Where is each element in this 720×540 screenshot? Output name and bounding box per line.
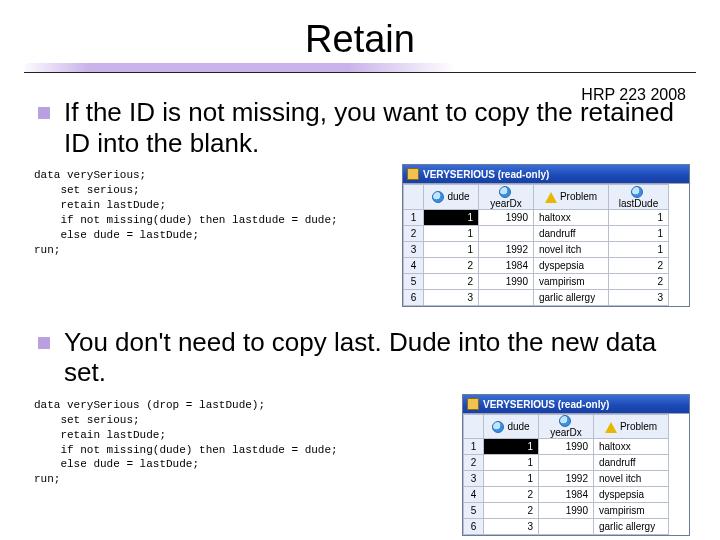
col-header: Problem	[534, 185, 609, 209]
col-header: yearDx	[479, 185, 534, 209]
col-header: lastDude	[609, 185, 669, 209]
sas-window-1: VERYSERIOUS (read-only) dude yearDx Prob…	[402, 164, 690, 306]
code-table-row: data verySerious; set serious; retain la…	[30, 164, 690, 306]
table-row: 63garlic allergy3	[404, 289, 669, 305]
table-row: 21dandruff1	[404, 225, 669, 241]
code-block: data verySerious (drop = lastDude); set …	[34, 398, 338, 487]
globe-icon	[631, 186, 643, 198]
globe-icon	[492, 421, 504, 433]
globe-icon	[499, 186, 511, 198]
data-grid: dude yearDx Problem 111990haltoxx 21dand…	[463, 413, 689, 535]
globe-icon	[432, 191, 444, 203]
bullet-item: If the ID is not missing, you want to co…	[30, 97, 690, 158]
table-row: 21dandruff	[464, 455, 669, 471]
col-header: dude	[424, 185, 479, 209]
table-header-row: dude yearDx Problem lastDude	[404, 185, 669, 209]
bullet-text: You don't need to copy last. Dude into t…	[64, 327, 690, 388]
course-label: HRP 223 2008	[581, 86, 686, 104]
col-header: yearDx	[539, 415, 594, 439]
code-block: data verySerious; set serious; retain la…	[34, 168, 338, 257]
bullet-text: If the ID is not missing, you want to co…	[64, 97, 690, 158]
slide: Retain HRP 223 2008 If the ID is not mis…	[0, 0, 720, 540]
table-row: 521990vampirism	[464, 503, 669, 519]
table-header-row: dude yearDx Problem	[464, 415, 669, 439]
warn-icon	[545, 191, 557, 203]
table-row: 111990haltoxx	[464, 439, 669, 455]
window-title: VERYSERIOUS (read-only)	[483, 399, 609, 410]
col-header	[404, 185, 424, 209]
window-titlebar: VERYSERIOUS (read-only)	[403, 165, 689, 183]
bullet-list: If the ID is not missing, you want to co…	[30, 97, 690, 158]
table-row: 421984dyspepsia2	[404, 257, 669, 273]
window-title: VERYSERIOUS (read-only)	[423, 169, 549, 180]
table-row: 521990vampirism2	[404, 273, 669, 289]
slide-title: Retain	[30, 18, 690, 61]
table-row: 311992novel itch	[464, 471, 669, 487]
app-icon	[407, 168, 419, 180]
bullet-icon	[38, 107, 50, 119]
data-grid: dude yearDx Problem lastDude 111990halto…	[403, 183, 689, 305]
table-row: 63garlic allergy	[464, 519, 669, 535]
warn-icon	[605, 421, 617, 433]
col-header: dude	[484, 415, 539, 439]
globe-icon	[559, 415, 571, 427]
app-icon	[467, 398, 479, 410]
sas-window-2: VERYSERIOUS (read-only) dude yearDx Prob…	[462, 394, 690, 536]
bullet-list: You don't need to copy last. Dude into t…	[30, 327, 690, 388]
col-header: Problem	[594, 415, 669, 439]
table-row: 111990haltoxx1	[404, 209, 669, 225]
col-header	[464, 415, 484, 439]
code-table-row: data verySerious (drop = lastDude); set …	[30, 394, 690, 536]
bullet-item: You don't need to copy last. Dude into t…	[30, 327, 690, 388]
title-underline	[0, 63, 720, 75]
bullet-icon	[38, 337, 50, 349]
table-row: 421984dyspepsia	[464, 487, 669, 503]
window-titlebar: VERYSERIOUS (read-only)	[463, 395, 689, 413]
table-row: 311992novel itch1	[404, 241, 669, 257]
